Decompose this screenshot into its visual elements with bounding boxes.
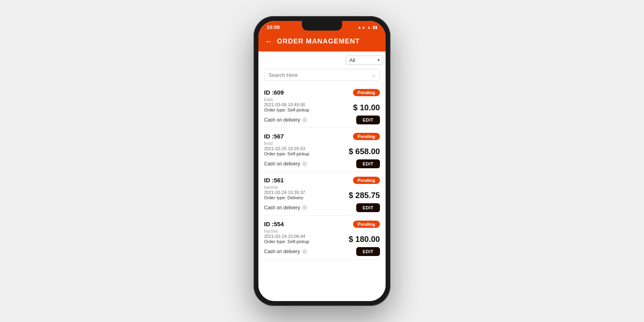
order-card: ID :554 Pending harsha 2021-02-24 15:06:…: [264, 217, 380, 260]
orders-list: ID :609 Pending Eats 2021-03-06 10:45:00…: [258, 85, 386, 260]
edit-button[interactable]: EDIT: [356, 247, 380, 256]
edit-button[interactable]: EDIT: [356, 203, 380, 212]
signal-icon: ▲▲: [357, 25, 365, 29]
order-meta: harsha 2021-02-24 15:06:44 Order type: S…: [264, 229, 310, 244]
payment-label: Cash on delivery: [264, 249, 300, 254]
payment-method: Cash on delivery: [264, 249, 307, 254]
payment-method: Cash on delivery: [264, 205, 307, 211]
content-area[interactable]: All Pending Completed Cancelled ▾ ⌕ ID :…: [258, 52, 386, 301]
status-icons: ▲▲ ▲ ▮▮: [357, 25, 378, 29]
order-store: Eats: [264, 97, 310, 102]
payment-label: Cash on delivery: [264, 117, 300, 123]
order-card: ID :561 Pending harsha 2021-02-24 15:35:…: [264, 173, 380, 216]
order-amount: $ 285.75: [349, 191, 380, 200]
status-badge: Pending: [353, 221, 380, 228]
order-type: Order type: Self-pickup: [264, 151, 310, 156]
order-top-row: ID :567 Pending: [264, 133, 380, 140]
order-footer-row: Cash on delivery EDIT: [264, 116, 380, 124]
order-top-row: ID :609 Pending: [264, 89, 380, 96]
back-button[interactable]: ←: [265, 37, 273, 46]
edit-button[interactable]: EDIT: [356, 116, 380, 124]
order-amount: $ 658.00: [349, 147, 380, 156]
edit-button[interactable]: EDIT: [356, 159, 380, 168]
payment-dot-icon: [302, 249, 307, 254]
order-type: Order type: Delivery: [264, 195, 305, 200]
order-store: harsha: [264, 229, 310, 233]
order-store: harsha: [264, 185, 305, 190]
order-card: ID :567 Pending food 2021-02-25 10:26:53…: [264, 129, 380, 172]
order-amount: $ 10.00: [353, 103, 380, 112]
order-info-row: harsha 2021-02-24 15:35:37 Order type: D…: [264, 185, 380, 200]
app-header: ← ORDER MANAGEMENT: [258, 33, 386, 52]
status-badge: Pending: [353, 133, 380, 140]
payment-method: Cash on delivery: [264, 161, 307, 167]
page-title: ORDER MANAGEMENT: [277, 37, 360, 45]
payment-label: Cash on delivery: [264, 205, 300, 211]
payment-dot-icon: [302, 118, 307, 122]
order-type: Order type: Self-pickup: [264, 239, 310, 244]
order-footer-row: Cash on delivery EDIT: [264, 247, 380, 256]
order-date: 2021-02-24 15:06:44: [264, 234, 310, 239]
order-amount: $ 180.00: [349, 235, 380, 244]
order-id: ID :567: [264, 133, 284, 140]
phone-screen: 10:06 ▲▲ ▲ ▮▮ ← ORDER MANAGEMENT All Pen…: [258, 21, 386, 301]
order-top-row: ID :561 Pending: [264, 177, 380, 184]
status-time: 10:06: [266, 24, 280, 30]
order-top-row: ID :554 Pending: [264, 221, 380, 228]
phone-frame: 10:06 ▲▲ ▲ ▮▮ ← ORDER MANAGEMENT All Pen…: [254, 16, 390, 306]
order-id: ID :609: [264, 89, 284, 96]
order-date: 2021-02-24 15:35:37: [264, 190, 305, 195]
order-footer-row: Cash on delivery EDIT: [264, 203, 380, 212]
order-info-row: food 2021-02-25 10:26:53 Order type: Sel…: [264, 141, 380, 156]
order-meta: harsha 2021-02-24 15:35:37 Order type: D…: [264, 185, 305, 200]
search-input[interactable]: [268, 72, 372, 78]
search-box: ⌕: [264, 69, 380, 81]
payment-method: Cash on delivery: [264, 117, 307, 123]
search-container: ⌕: [258, 67, 386, 85]
order-date: 2021-03-06 10:45:00: [264, 102, 310, 107]
filter-select[interactable]: All Pending Completed Cancelled: [346, 56, 383, 65]
status-badge: Pending: [353, 89, 380, 96]
battery-icon: ▮▮: [373, 25, 378, 29]
order-info-row: harsha 2021-02-24 15:06:44 Order type: S…: [264, 229, 380, 244]
order-meta: food 2021-02-25 10:26:53 Order type: Sel…: [264, 141, 310, 156]
order-footer-row: Cash on delivery EDIT: [264, 159, 380, 168]
order-id: ID :561: [264, 177, 284, 184]
wifi-icon: ▲: [367, 25, 371, 29]
filter-row: All Pending Completed Cancelled ▾: [258, 52, 386, 67]
payment-dot-icon: [302, 161, 307, 166]
order-id: ID :554: [264, 221, 284, 227]
order-date: 2021-02-25 10:26:53: [264, 146, 310, 151]
phone-notch: [302, 21, 342, 31]
order-store: food: [264, 141, 310, 146]
order-meta: Eats 2021-03-06 10:45:00 Order type: Sel…: [264, 97, 310, 112]
order-info-row: Eats 2021-03-06 10:45:00 Order type: Sel…: [264, 97, 380, 112]
payment-dot-icon: [302, 205, 307, 210]
status-badge: Pending: [353, 177, 380, 184]
order-card: ID :609 Pending Eats 2021-03-06 10:45:00…: [264, 85, 380, 128]
payment-label: Cash on delivery: [264, 161, 300, 167]
order-type: Order type: Self-pickup: [264, 107, 310, 112]
search-icon: ⌕: [372, 72, 376, 78]
